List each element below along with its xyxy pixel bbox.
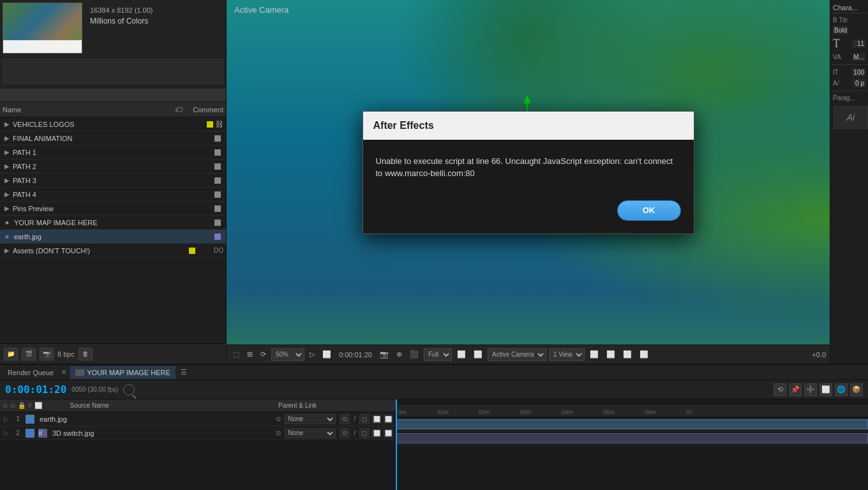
char-style-row: Bold bbox=[832, 26, 867, 35]
kern-label: A/ bbox=[833, 80, 839, 87]
camera-icon[interactable]: 📷 bbox=[377, 349, 391, 360]
color-indicator bbox=[214, 191, 221, 198]
bottom-tabs: Render Queue ✕ YOUR MAP IMAGE HERE ☰ bbox=[0, 365, 868, 380]
parent-icon-2: ⊙ bbox=[276, 429, 281, 436]
color-indicator bbox=[207, 121, 213, 128]
list-item[interactable]: ▶ PATH 4 bbox=[0, 188, 226, 202]
zoom-select[interactable]: 50% 100% bbox=[271, 348, 304, 361]
list-item[interactable]: ▶ PATH 1 bbox=[0, 145, 226, 160]
action-btn-3[interactable]: ⬜ bbox=[372, 429, 381, 438]
camera-select[interactable]: Active Camera bbox=[488, 348, 546, 361]
list-item[interactable]: ▶ VEHICLES LOGOS ⛓ bbox=[0, 117, 226, 131]
list-item[interactable]: ▶ PATH 3 bbox=[0, 174, 226, 188]
list-item[interactable]: ▶ FINAL ANIMATION bbox=[0, 131, 226, 145]
render-btn[interactable]: ⬜ bbox=[604, 349, 618, 360]
motion-icon[interactable]: ⟲ bbox=[774, 383, 786, 396]
char-kern-row: A/ 0 p bbox=[832, 78, 867, 88]
track-row[interactable]: ▷ 2 # 3D switch.jpg ⊙ None ⊙ / ◻ ⬜ ⬜ bbox=[0, 426, 395, 440]
expand-btn[interactable]: ⬚ bbox=[230, 349, 242, 360]
parent-link-header: Parent & Link bbox=[278, 402, 393, 409]
left-panel-toolbar: 📁 🎬 📷 8 bpc 🗑 bbox=[0, 343, 226, 364]
search-input[interactable] bbox=[0, 89, 226, 101]
color-display[interactable]: ⬛ bbox=[407, 349, 421, 360]
folder-icon: ▶ bbox=[3, 148, 11, 157]
action-btn-4[interactable]: ⬜ bbox=[384, 429, 393, 438]
parent-pick-btn-2[interactable]: ◻ bbox=[359, 428, 370, 438]
footage-btn[interactable]: 📷 bbox=[40, 348, 54, 360]
composition-icon: ■ bbox=[3, 218, 11, 227]
track-expand-btn[interactable]: ▷ bbox=[3, 429, 10, 437]
char-font-row: B Titr bbox=[832, 16, 867, 24]
timecode-display: 0:00:01:20 bbox=[336, 350, 375, 360]
link-icon-2[interactable]: ⊙ bbox=[340, 428, 350, 438]
link-icon: ⛓ bbox=[216, 120, 223, 129]
app-container: 16384 x 8192 (1.00) Millions of Colors N… bbox=[0, 0, 868, 490]
composition-tab[interactable]: YOUR MAP IMAGE HERE bbox=[70, 366, 176, 379]
grid-btn[interactable]: ⊞ bbox=[244, 349, 255, 360]
viewport: Active Camera After Effects Unable to ex… bbox=[227, 0, 830, 364]
new-folder-btn[interactable]: 📁 bbox=[4, 348, 18, 360]
parent-pick-btn[interactable]: ◻ bbox=[359, 414, 370, 424]
timeline-controls: 0:00:01:20 0050 (30.00 fps) ⟲ 📌 ➕ ⬜ 🌐 📦 bbox=[0, 380, 868, 399]
track-number: 2 bbox=[13, 429, 23, 436]
pin-icon[interactable]: 📌 bbox=[789, 383, 802, 396]
new-composition-btn[interactable]: 🎬 bbox=[22, 348, 36, 360]
size-T-icon: T bbox=[833, 37, 840, 50]
dialog-footer: OK bbox=[363, 195, 694, 234]
quality-select[interactable]: Full Half bbox=[424, 348, 452, 361]
layer-list-header: Name 🏷 Comment bbox=[0, 102, 226, 117]
char-it-row: IT 100 bbox=[832, 68, 867, 77]
color-indicator bbox=[214, 135, 221, 142]
parent-select-2[interactable]: None bbox=[285, 428, 336, 438]
font-label: B Titr bbox=[833, 17, 848, 24]
color-picker-btn[interactable]: ⊕ bbox=[394, 349, 405, 360]
search-icon[interactable] bbox=[123, 384, 135, 396]
viewport-toolbar: ⬚ ⊞ ⟳ 50% 100% ▷ ⬜ 0:00:01:20 📷 ⊕ ⬛ Full… bbox=[227, 345, 830, 364]
kern-value: 0 p bbox=[853, 79, 865, 87]
resolution-toggle[interactable]: ▷ bbox=[307, 349, 317, 360]
add-icon[interactable]: ➕ bbox=[804, 383, 817, 396]
ruler-mark-5: 05m bbox=[603, 409, 615, 415]
list-item[interactable]: ■ YOUR MAP IMAGE HERE bbox=[0, 216, 226, 230]
box-icon[interactable]: 📦 bbox=[850, 383, 863, 396]
safe-zones-btn[interactable]: ⬜ bbox=[320, 349, 334, 360]
action-btn-2[interactable]: ⬜ bbox=[384, 415, 393, 424]
fast-draft-btn[interactable]: ⬜ bbox=[454, 349, 468, 360]
parent-select[interactable]: None bbox=[285, 414, 336, 424]
track-thumb bbox=[26, 415, 34, 424]
link-icon[interactable]: ⊙ bbox=[340, 414, 350, 424]
list-item[interactable]: ▶ PATH 2 bbox=[0, 160, 226, 174]
folder-icon: ▶ bbox=[3, 134, 11, 143]
list-item[interactable]: ▶ Pins Preview bbox=[0, 202, 226, 216]
render-queue-tab[interactable]: Render Queue bbox=[3, 366, 59, 379]
view-select[interactable]: 1 View bbox=[549, 348, 585, 361]
snapshot-btn[interactable]: ⬜ bbox=[620, 349, 634, 360]
motion-blur-btn[interactable]: ⬜ bbox=[471, 349, 485, 360]
project-dims: 16384 x 8192 (1.00) bbox=[87, 5, 155, 15]
show-snapshot-btn[interactable]: ⬜ bbox=[637, 349, 651, 360]
track-expand-btn[interactable]: ▷ bbox=[3, 415, 10, 423]
delete-btn[interactable]: 🗑 bbox=[79, 348, 93, 360]
line-btn[interactable]: / bbox=[354, 415, 355, 422]
media-icon[interactable]: ⬜ bbox=[819, 383, 832, 396]
style-value: Bold bbox=[833, 26, 848, 34]
line-btn-2[interactable]: / bbox=[354, 429, 355, 436]
tab-close-btn[interactable]: ✕ bbox=[61, 369, 66, 376]
tracking-value: M... bbox=[852, 53, 865, 61]
track-row[interactable]: ▷ 1 earth.jpg ⊙ None ⊙ / ◻ ⬜ ⬜ bbox=[0, 412, 395, 426]
flow-btn[interactable]: ⬜ bbox=[587, 349, 601, 360]
folder-icon: ▶ bbox=[3, 176, 11, 185]
project-thumbnail bbox=[3, 3, 82, 54]
globe-icon[interactable]: 🌐 bbox=[835, 383, 848, 396]
ok-button[interactable]: OK bbox=[617, 200, 681, 221]
action-btn-1[interactable]: ⬜ bbox=[372, 415, 381, 424]
track-thumb bbox=[26, 429, 34, 438]
3d-btn[interactable]: ⟳ bbox=[258, 349, 269, 360]
list-item[interactable]: ▶ Assets (DON'T TOUCH!) DO bbox=[0, 244, 226, 258]
para-label: Parag... bbox=[833, 94, 855, 101]
timeline-area: ⊙ ⊙ 🔒 # ⬜ Source Name Parent & Link ▷ 1 bbox=[0, 399, 868, 490]
list-item[interactable]: ■ earth.jpg bbox=[0, 230, 226, 244]
dialog-message: Unable to execute script at line 66. Unc… bbox=[376, 155, 681, 180]
tab-menu-icon[interactable]: ☰ bbox=[181, 368, 187, 376]
char-panel-title: Chara... bbox=[832, 3, 867, 13]
